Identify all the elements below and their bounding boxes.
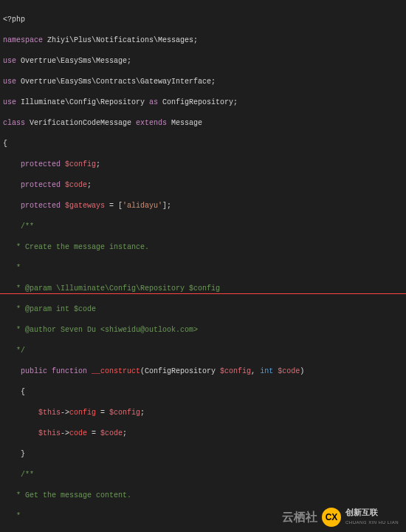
code-line: use Overtrue\EasySms\Contracts\GatewayIn… xyxy=(3,77,403,87)
code-line: use Overtrue\EasySms\Message; xyxy=(3,56,403,66)
code-line: * @param int $code xyxy=(3,304,403,315)
code-line: <?php xyxy=(3,15,403,25)
code-line: { xyxy=(3,387,403,398)
code-line: namespace Zhiyi\Plus\Notifications\Messa… xyxy=(3,35,403,46)
code-editor: <?php namespace Zhiyi\Plus\Notifications… xyxy=(0,0,406,532)
code-line: protected $code; xyxy=(3,180,403,191)
code-line: * xyxy=(3,263,403,273)
code-line: protected $gateways = ['alidayu']; xyxy=(3,201,403,211)
code-line: { xyxy=(3,139,403,149)
watermark: 云栖社 CX 创新互联 CHUANG XIN HU LIAN xyxy=(282,507,399,528)
watermark-left-text: 云栖社 xyxy=(282,512,317,522)
code-line: /** xyxy=(3,470,403,480)
watermark-brand: 创新互联 CHUANG XIN HU LIAN xyxy=(345,507,399,528)
code-line: class VerificationCodeMessage extends Me… xyxy=(3,118,403,129)
watermark-brand-sub: CHUANG XIN HU LIAN xyxy=(345,517,399,528)
code-line: */ xyxy=(3,346,403,356)
code-line: * Create the message instance. xyxy=(3,242,403,253)
watermark-logo-icon: CX xyxy=(322,508,341,527)
code-line: use Illuminate\Config\Repository as Conf… xyxy=(3,98,403,108)
watermark-brand-main: 创新互联 xyxy=(345,507,399,517)
code-line: * Get the message content. xyxy=(3,491,403,501)
code-line: * @param \Illuminate\Config\Repository $… xyxy=(3,284,403,294)
code-line: public function __construct(ConfigReposi… xyxy=(3,366,403,377)
horizontal-divider xyxy=(0,293,406,294)
code-line: /** xyxy=(3,222,403,232)
code-line: protected $config; xyxy=(3,160,403,170)
code-line: $this->code = $code; xyxy=(3,429,403,439)
code-line: $this->config = $config; xyxy=(3,408,403,418)
code-line: * @author Seven Du <shiweidu@outlook.com… xyxy=(3,325,403,335)
code-line: } xyxy=(3,449,403,460)
